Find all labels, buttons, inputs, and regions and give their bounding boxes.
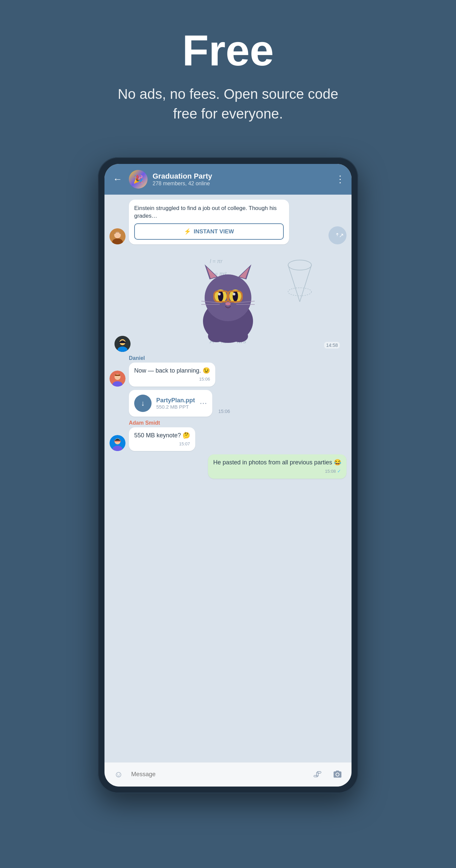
message-row-daniel: Daniel Now — back to planning. 😉 15:06 [110, 355, 346, 386]
sticker-time: 14:58 [324, 342, 340, 348]
adam-message-text: 550 MB keynote? 🤔 [134, 431, 190, 440]
own-message-time: 15:08 ✓ [213, 468, 341, 475]
message-bar: ☺ 🖇 [104, 762, 352, 786]
chat-avatar: 🎉 [129, 170, 148, 189]
page-title: Free [20, 27, 436, 74]
own-bubble: He pasted in photos from all previous pa… [208, 454, 346, 479]
daniel-bubble-content: Now — back to planning. 😉 15:06 [129, 363, 215, 386]
file-info: PartyPlan.ppt 550.2 MB PPT [156, 397, 195, 410]
sender-name-daniel: Daniel [129, 355, 215, 361]
svg-point-20 [218, 293, 221, 296]
svg-rect-36 [119, 342, 126, 343]
share-button[interactable]: ↗ [329, 226, 346, 244]
adam-bubble: Adam Smidt 550 MB keynote? 🤔 15:07 [129, 420, 195, 451]
phone-wrapper: ← 🎉 Graduation Party 278 members, 42 onl… [98, 157, 358, 793]
file-menu-button[interactable]: ⋯ [200, 399, 207, 408]
message-row: Einstein struggled to find a job out of … [110, 199, 346, 245]
attach-icon: 🖇 [313, 769, 322, 779]
svg-point-32 [231, 330, 248, 342]
svg-point-9 [288, 288, 311, 296]
avatar-woman [110, 228, 125, 244]
avatar-man3 [110, 435, 125, 451]
file-name: PartyPlan.ppt [156, 397, 195, 404]
message-row-adam: Adam Smidt 550 MB keynote? 🤔 15:07 [110, 420, 346, 451]
camera-button[interactable] [330, 767, 345, 782]
emoji-button[interactable]: ☺ [111, 767, 126, 782]
svg-point-4 [115, 232, 121, 238]
daniel-message-text: Now — back to planning. 😉 [134, 367, 210, 375]
message-input[interactable] [131, 771, 305, 778]
svg-point-26 [225, 302, 231, 306]
sender-name-adam: Adam Smidt [129, 420, 195, 426]
own-message-text: He pasted in photos from all previous pa… [213, 458, 341, 467]
page-header: Free No ads, no fees. Open source code f… [0, 0, 456, 144]
back-button[interactable]: ← [111, 172, 124, 186]
daniel-bubble: Daniel Now — back to planning. 😉 15:06 [129, 355, 215, 386]
iv-message-container: Einstein struggled to find a job out of … [129, 199, 325, 245]
iv-text: Einstein struggled to find a job out of … [129, 199, 289, 224]
svg-rect-44 [114, 441, 121, 442]
svg-rect-40 [115, 375, 120, 376]
file-download-button[interactable]: ↓ [134, 395, 152, 412]
phone-screen: ← 🎉 Graduation Party 278 members, 42 onl… [104, 164, 352, 786]
attach-button[interactable]: 🖇 [310, 767, 325, 782]
chat-menu-button[interactable]: ⋮ [335, 174, 345, 185]
read-receipt: ✓ [337, 468, 341, 475]
avatar-man2 [110, 371, 125, 386]
file-bubble: ↓ PartyPlan.ppt 550.2 MB PPT ⋯ [129, 390, 212, 416]
svg-point-19 [233, 291, 238, 302]
daniel-message-time: 15:06 [134, 376, 210, 382]
instant-view-button[interactable]: ⚡ INSTANT VIEW [134, 223, 284, 240]
chat-header: ← 🎉 Graduation Party 278 members, 42 onl… [104, 164, 352, 195]
emoji-icon: ☺ [114, 769, 123, 779]
chat-status: 278 members, 42 online [153, 181, 331, 187]
svg-point-6 [288, 260, 311, 270]
sticker-message: l = πr A = πr² V = l³ P = 2πr A = πr² s … [110, 248, 346, 355]
svg-point-21 [233, 293, 235, 296]
sticker-sender-avatar [115, 336, 130, 352]
message-row-own: He pasted in photos from all previous pa… [110, 454, 346, 479]
camera-icon [333, 770, 342, 779]
chat-info: Graduation Party 278 members, 42 online [153, 172, 331, 187]
chat-name: Graduation Party [153, 172, 331, 181]
svg-line-7 [288, 265, 300, 302]
page-wrapper: Free No ads, no fees. Open source code f… [0, 0, 456, 793]
instant-view-icon: ⚡ [184, 228, 191, 235]
instant-view-card: Einstein struggled to find a job out of … [129, 199, 289, 245]
file-size: 550.2 MB PPT [156, 404, 195, 410]
svg-point-31 [208, 330, 225, 342]
chat-body: Einstein struggled to find a job out of … [104, 195, 352, 762]
phone-frame: ← 🎉 Graduation Party 278 members, 42 onl… [98, 157, 358, 793]
instant-view-label: INSTANT VIEW [193, 228, 234, 235]
cat-sticker [191, 258, 265, 346]
message-row-file: ↓ PartyPlan.ppt 550.2 MB PPT ⋯ 15:06 [110, 390, 346, 416]
avatar-image: 🎉 [129, 170, 148, 189]
svg-line-8 [300, 265, 311, 302]
page-subtitle: No ads, no fees. Open source code free f… [111, 85, 345, 124]
adam-message-time: 15:07 [134, 441, 190, 447]
svg-point-18 [218, 291, 223, 302]
adam-bubble-content: 550 MB keynote? 🤔 15:07 [129, 427, 195, 451]
file-time: 15:06 [218, 409, 230, 414]
